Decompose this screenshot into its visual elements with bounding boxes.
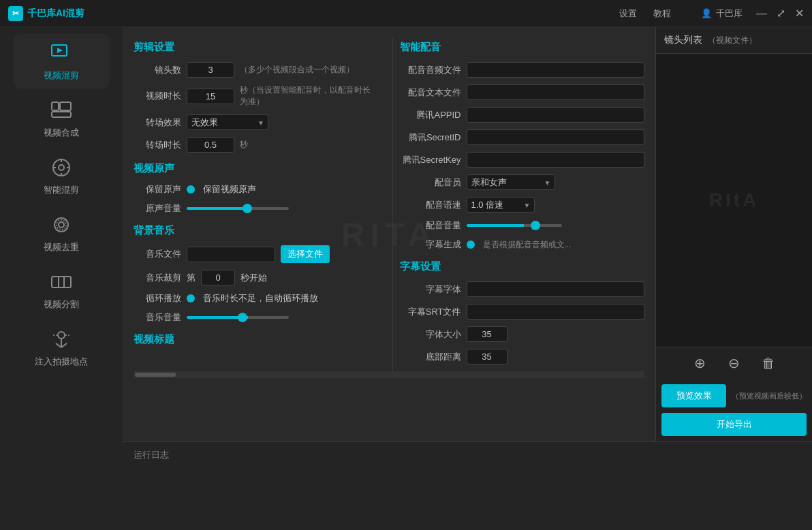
subtitle-gen-hint: 是否根据配音音频或文... (483, 239, 572, 251)
lens-actions: ⊕ ⊖ 🗑 (656, 347, 812, 379)
subtitle-srt-input[interactable] (467, 304, 645, 319)
bg-music-title: 背景音乐 (134, 224, 379, 237)
font-size-input[interactable] (467, 326, 507, 342)
log-title: 运行日志 (134, 450, 169, 460)
transition-duration-input[interactable] (187, 137, 234, 153)
music-file-label: 音乐文件 (134, 248, 181, 260)
subtitle-settings-title: 字幕设置 (400, 260, 645, 273)
music-file-input[interactable] (187, 247, 275, 262)
audio-volume-slider[interactable] (467, 224, 562, 227)
svg-line-20 (61, 343, 67, 347)
audio-volume-slider-container (467, 224, 562, 227)
music-trim-suffix: 秒开始 (240, 272, 267, 284)
tencent-appid-input[interactable] (467, 107, 645, 123)
music-file-row: 音乐文件 选择文件 (134, 245, 379, 263)
video-compose-icon (49, 98, 74, 123)
subtitle-srt-row: 字幕SRT文件 (400, 304, 645, 319)
settings-nav[interactable]: 设置 (619, 7, 637, 20)
original-volume-slider[interactable] (187, 207, 289, 210)
tencent-secretid-input[interactable] (467, 129, 645, 145)
audio-volume-label: 配音音量 (400, 219, 461, 232)
audio-volume-row: 配音音量 (400, 219, 645, 232)
preview-watermark: RItA (709, 189, 760, 211)
loop-play-toggle[interactable] (187, 294, 195, 302)
settings-panel: RITA 剪辑设置 镜头数 （多少个视频段合成一个视频） 视频时长 (123, 27, 655, 441)
user-icon: 👤 (701, 8, 712, 18)
speech-rate-row: 配音语速 1.0 倍速 0.8 倍速 1.2 倍速 ▼ (400, 197, 645, 213)
sidebar-item-video-dedup[interactable]: 视频去重 (14, 206, 109, 260)
add-lens-button[interactable]: ⊕ (690, 353, 710, 373)
sidebar-item-smart-mix[interactable]: 智能混剪 (14, 149, 109, 203)
original-volume-label: 原声音量 (134, 202, 181, 215)
remove-lens-button[interactable]: ⊖ (724, 353, 745, 373)
minimize-button[interactable]: — (756, 7, 767, 20)
sidebar-item-inject-location[interactable]: 注入拍摄地点 (14, 320, 109, 375)
subtitle-font-input[interactable] (467, 281, 645, 297)
smart-audio-title: 智能配音 (400, 41, 645, 54)
sidebar-label-smart-mix: 智能混剪 (44, 184, 79, 196)
transition-duration-unit: 秒 (240, 139, 248, 151)
tencent-secretid-row: 腾讯SecretID (400, 129, 645, 145)
bottom-margin-input[interactable] (467, 349, 507, 364)
transition-effect-select[interactable]: 无效果 淡入淡出 滑动 (187, 114, 268, 130)
keep-original-label: 保留原声 (134, 183, 181, 196)
video-title-section: 视频标题 (134, 333, 379, 346)
tencent-secretkey-row: 腾讯SecretKey (400, 152, 645, 168)
subtitle-font-label: 字幕字体 (400, 283, 461, 296)
sidebar-item-video-mix[interactable]: 视频混剪 (14, 34, 109, 89)
content-area: RITA 剪辑设置 镜头数 （多少个视频段合成一个视频） 视频时长 (123, 27, 812, 530)
export-button[interactable]: 开始导出 (661, 413, 807, 436)
svg-marker-1 (57, 48, 63, 53)
main-panel: RITA 剪辑设置 镜头数 （多少个视频段合成一个视频） 视频时长 (123, 27, 812, 441)
music-file-select-button[interactable]: 选择文件 (281, 245, 330, 263)
maximize-button[interactable]: ⤢ (777, 7, 785, 20)
subtitle-gen-toggle[interactable] (467, 240, 475, 249)
lens-subtitle: （视频文件） (708, 35, 757, 46)
lens-panel: 镜头列表 （视频文件） RItA ⊕ ⊖ 🗑 预览效果 （预览视频画质较低） (655, 27, 812, 441)
main-layout: 视频混剪 视频合成 (0, 27, 812, 530)
lens-count-row: 镜头数 （多少个视频段合成一个视频） (134, 62, 379, 78)
close-button[interactable]: ✕ (795, 7, 804, 20)
audio-text-input[interactable] (467, 84, 645, 100)
user-name: 千巴库 (716, 7, 743, 20)
sidebar-item-video-compose[interactable]: 视频合成 (14, 91, 109, 146)
audio-file-input[interactable] (467, 62, 645, 78)
sidebar-label-video-mix: 视频混剪 (44, 69, 79, 82)
svg-line-19 (56, 343, 61, 347)
speech-rate-select[interactable]: 1.0 倍速 0.8 倍速 1.2 倍速 (467, 197, 535, 213)
speech-rate-select-wrapper: 1.0 倍速 0.8 倍速 1.2 倍速 ▼ (467, 197, 535, 213)
audio-text-label: 配音文本文件 (400, 87, 461, 99)
tencent-appid-label: 腾讯APPID (400, 109, 461, 121)
horizontal-scrollbar[interactable] (134, 371, 644, 378)
transition-effect-select-wrapper: 无效果 淡入淡出 滑动 ▼ (187, 114, 268, 130)
font-size-row: 字体大小 (400, 326, 645, 342)
sidebar-item-video-split[interactable]: 视频分割 (14, 263, 109, 317)
lens-preview-area: RItA (656, 54, 812, 347)
video-duration-input[interactable] (187, 89, 234, 104)
loop-play-label: 循环播放 (134, 292, 181, 305)
tutorial-nav[interactable]: 教程 (653, 7, 671, 20)
lens-count-input[interactable] (187, 62, 234, 78)
voice-type-select[interactable]: 亲和女声 标准男声 温柔女声 (467, 174, 555, 190)
music-volume-slider[interactable] (187, 316, 289, 319)
keep-original-toggle[interactable] (187, 185, 195, 193)
music-trim-input[interactable] (201, 270, 235, 285)
delete-lens-button[interactable]: 🗑 (758, 353, 779, 373)
smart-mix-icon (49, 155, 74, 180)
audio-file-label: 配音音频文件 (400, 64, 461, 76)
svg-point-17 (58, 332, 65, 339)
lens-header: 镜头列表 （视频文件） (656, 27, 812, 54)
lens-count-hint: （多少个视频段合成一个视频） (240, 64, 354, 76)
video-duration-row: 视频时长 秒（当设置智能配音时，以配音时长为准） (134, 84, 379, 108)
subtitle-gen-row: 字幕生成 是否根据配音音频或文... (400, 238, 645, 251)
inject-location-icon (49, 327, 74, 352)
music-trim-label: 音乐裁剪 (134, 272, 181, 284)
lens-buttons: 预览效果 （预览视频画质较低） 开始导出 (656, 379, 812, 441)
tencent-appid-row: 腾讯APPID (400, 107, 645, 123)
tencent-secretkey-input[interactable] (467, 152, 645, 168)
preview-button[interactable]: 预览效果 (661, 384, 726, 407)
edit-settings-title: 剪辑设置 (134, 41, 379, 54)
lens-count-label: 镜头数 (134, 64, 181, 76)
bottom-margin-row: 底部距离 (400, 349, 645, 364)
svg-rect-14 (52, 277, 71, 287)
